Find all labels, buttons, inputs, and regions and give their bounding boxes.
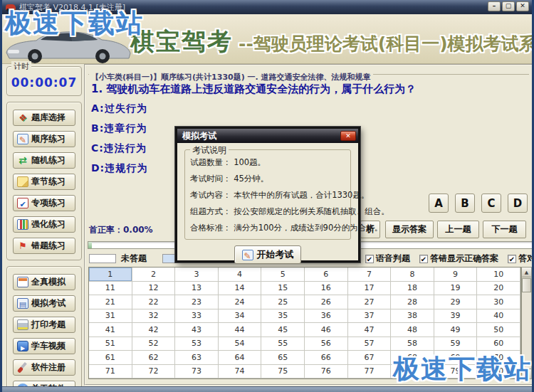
question-cell-42[interactable]: 42 (132, 323, 176, 337)
question-cell-15[interactable]: 15 (261, 282, 305, 296)
answer-button-c[interactable]: C (481, 194, 501, 213)
question-cell-24[interactable]: 24 (219, 295, 262, 309)
sidebar-item-print-questions[interactable]: 打印考题 (13, 317, 75, 333)
sidebar-item-wrong-question-practice[interactable]: 错题练习 (13, 238, 75, 254)
question-cell-73[interactable]: 73 (175, 365, 219, 379)
question-cell-25[interactable]: 25 (261, 295, 305, 309)
question-cell-26[interactable]: 26 (305, 295, 348, 309)
question-cell-13[interactable]: 13 (175, 282, 219, 296)
question-cell-1[interactable]: 1 (89, 267, 132, 282)
question-cell-40[interactable]: 40 (477, 309, 520, 324)
question-cell-44[interactable]: 44 (219, 323, 262, 337)
question-cell-28[interactable]: 28 (391, 295, 434, 309)
sidebar-item-random-practice[interactable]: 随机练习 (13, 152, 75, 169)
question-cell-8[interactable]: 8 (391, 267, 434, 282)
sidebar-item-mock-exam[interactable]: 模拟考试 (13, 295, 75, 312)
checkbox-auto-next-on-correct[interactable]: ✔答对转下一题 (508, 253, 534, 265)
sidebar-item-intensive-practice[interactable]: 强化练习 (13, 216, 75, 233)
question-cell-63[interactable]: 63 (175, 351, 219, 365)
question-cell-32[interactable]: 32 (132, 309, 176, 324)
question-cell-53[interactable]: 53 (175, 337, 219, 351)
question-cell-57[interactable]: 57 (348, 337, 392, 351)
question-cell-75[interactable]: 75 (261, 365, 305, 379)
question-cell-56[interactable]: 56 (305, 337, 348, 351)
question-cell-33[interactable]: 33 (175, 309, 219, 324)
question-cell-47[interactable]: 47 (348, 323, 392, 337)
question-cell-62[interactable]: 62 (132, 351, 176, 365)
sidebar-item-chapter-practice[interactable]: 章节练习 (13, 174, 75, 190)
question-cell-61[interactable]: 61 (89, 351, 132, 365)
question-cell-22[interactable]: 22 (132, 295, 176, 309)
question-cell-30[interactable]: 30 (477, 295, 520, 309)
question-cell-72[interactable]: 72 (132, 365, 176, 379)
question-cell-9[interactable]: 9 (434, 267, 478, 282)
close-button[interactable]: ✕ (516, 1, 529, 11)
checkbox-voice-judge[interactable]: ✔语音判题 (365, 253, 410, 265)
checkbox-show-correct-on-wrong[interactable]: ✔答错显示正确答案 (419, 253, 498, 265)
question-cell-29[interactable]: 29 (434, 295, 478, 309)
question-cell-52[interactable]: 52 (132, 337, 176, 351)
question-cell-66[interactable]: 66 (305, 351, 348, 365)
question-cell-65[interactable]: 65 (261, 351, 305, 365)
question-cell-37[interactable]: 37 (348, 309, 392, 324)
question-cell-38[interactable]: 38 (391, 309, 434, 324)
question-cell-77[interactable]: 77 (348, 365, 392, 379)
question-cell-76[interactable]: 76 (305, 365, 348, 379)
question-cell-60[interactable]: 60 (477, 337, 520, 351)
sidebar-item-special-practice[interactable]: 专项练习 (13, 195, 75, 211)
question-cell-35[interactable]: 35 (261, 309, 305, 324)
question-cell-49[interactable]: 49 (434, 323, 478, 337)
question-cell-55[interactable]: 55 (261, 337, 305, 351)
question-cell-6[interactable]: 6 (305, 267, 348, 282)
question-cell-51[interactable]: 51 (89, 337, 132, 351)
question-cell-67[interactable]: 67 (348, 351, 392, 365)
question-cell-41[interactable]: 41 (89, 323, 132, 337)
scroll-up-icon[interactable]: ▲ (522, 267, 531, 277)
sidebar-item-question-bank-select[interactable]: 题库选择 (13, 110, 75, 126)
question-cell-27[interactable]: 27 (348, 295, 392, 309)
question-cell-12[interactable]: 12 (132, 282, 176, 296)
checkbox-icon[interactable]: ✔ (365, 255, 374, 263)
question-cell-4[interactable]: 4 (219, 267, 262, 282)
question-cell-17[interactable]: 17 (348, 282, 392, 296)
dialog-close-button[interactable]: ✕ (340, 131, 356, 141)
answer-button-a[interactable]: A (429, 194, 449, 213)
question-cell-23[interactable]: 23 (175, 295, 219, 309)
question-cell-3[interactable]: 3 (175, 267, 219, 282)
question-cell-31[interactable]: 31 (89, 309, 132, 324)
checkbox-icon[interactable]: ✔ (419, 255, 428, 263)
sidebar-item-sequential-practice[interactable]: 顺序练习 (13, 131, 75, 147)
question-cell-19[interactable]: 19 (434, 282, 478, 296)
question-cell-5[interactable]: 5 (261, 267, 305, 282)
question-cell-10[interactable]: 10 (477, 267, 520, 282)
question-cell-71[interactable]: 71 (89, 365, 132, 379)
scrollbar-thumb[interactable] (522, 278, 531, 292)
question-cell-34[interactable]: 34 (219, 309, 262, 324)
next-question-button[interactable]: 下一题 (483, 221, 526, 238)
prev-question-button[interactable]: 上一题 (437, 221, 479, 238)
sidebar-item-full-simulation[interactable]: 全真模拟 (13, 274, 75, 290)
question-cell-43[interactable]: 43 (175, 323, 219, 337)
question-cell-64[interactable]: 64 (219, 351, 262, 365)
question-cell-54[interactable]: 54 (219, 337, 262, 351)
sidebar-item-software-register[interactable]: 软件注册 (13, 359, 75, 376)
answer-button-d[interactable]: D (508, 194, 528, 213)
question-cell-21[interactable]: 21 (89, 295, 132, 309)
question-cell-74[interactable]: 74 (219, 365, 262, 379)
checkbox-icon[interactable]: ✔ (508, 255, 516, 263)
question-cell-58[interactable]: 58 (391, 337, 434, 351)
question-cell-7[interactable]: 7 (348, 267, 392, 282)
maximize-button[interactable]: ▢ (502, 1, 515, 11)
minimize-button[interactable]: – (488, 1, 501, 11)
question-cell-11[interactable]: 11 (89, 282, 132, 296)
question-cell-39[interactable]: 39 (434, 309, 478, 324)
start-exam-button[interactable]: 开始考试 (234, 245, 301, 264)
question-cell-14[interactable]: 14 (219, 282, 262, 296)
question-cell-18[interactable]: 18 (391, 282, 434, 296)
question-cell-46[interactable]: 46 (305, 323, 348, 337)
question-cell-59[interactable]: 59 (434, 337, 478, 351)
question-cell-20[interactable]: 20 (477, 282, 520, 296)
answer-button-b[interactable]: B (455, 194, 475, 213)
question-cell-2[interactable]: 2 (132, 267, 176, 282)
question-cell-45[interactable]: 45 (261, 323, 305, 337)
